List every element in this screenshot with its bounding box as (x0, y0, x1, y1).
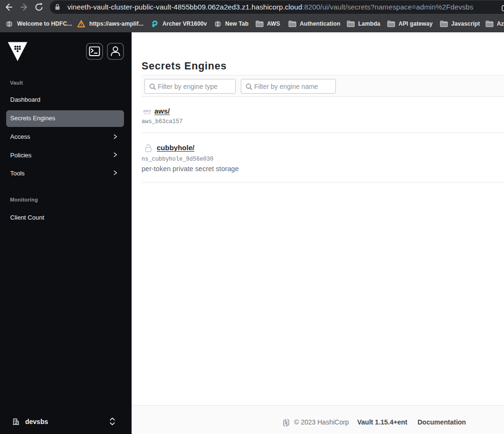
svg-text:aws: aws (143, 108, 151, 113)
